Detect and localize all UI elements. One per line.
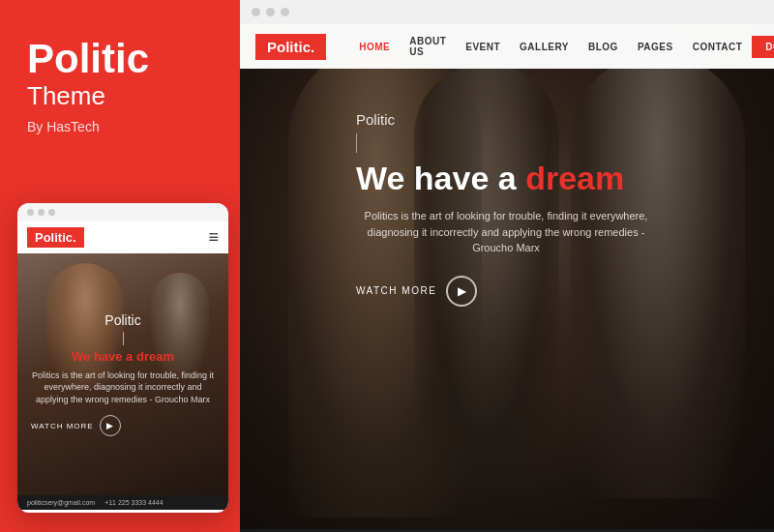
desktop-chrome-bar: [240, 0, 774, 24]
desktop-mockup: Politic. HOME ABOUT US EVENT GALLERY BLO…: [240, 0, 774, 532]
chrome-dot-2: [266, 8, 275, 16]
mobile-dot-3: [48, 209, 55, 216]
mobile-footer-phone: +11 225 3333 4444: [104, 499, 164, 506]
mobile-header: Politic. ≡: [17, 222, 228, 253]
desktop-watch-label: WATCH MORE: [356, 285, 436, 296]
chrome-dot-1: [252, 8, 260, 16]
desktop-donate-button[interactable]: DONATE: [752, 36, 774, 58]
mobile-headline-plain: We have a: [72, 349, 136, 364]
desktop-headline-red: dream: [525, 160, 624, 196]
desktop-navbar: Politic. HOME ABOUT US EVENT GALLERY BLO…: [240, 24, 774, 69]
nav-link-event[interactable]: EVENT: [456, 42, 510, 52]
mobile-mockup: Politic. ≡ Politic We have a dream Polit…: [17, 203, 228, 513]
brand-by: By HasTech: [27, 119, 213, 134]
mobile-hamburger-icon[interactable]: ≡: [208, 227, 219, 248]
desktop-hero-body: Politics is the art of looking for troub…: [356, 208, 656, 256]
nav-link-about[interactable]: ABOUT US: [400, 36, 456, 57]
nav-link-contact[interactable]: CONTACT: [683, 42, 753, 52]
mobile-dot-1: [27, 209, 34, 216]
desktop-hero-eyebrow: Politic: [356, 111, 656, 128]
mobile-footer-email: politicsery@gmail.com: [27, 499, 95, 506]
mobile-hero-eyebrow: Politic: [31, 312, 215, 328]
mobile-hero-divider: [123, 332, 124, 345]
desktop-hero-divider: [356, 133, 357, 153]
mobile-watch-row: WATCH MORE ▶: [31, 415, 215, 436]
mobile-hero-body: Politics is the art of looking for troub…: [31, 369, 215, 406]
desktop-hero-headline: We have a dream: [356, 161, 656, 196]
brand-title: Politic: [27, 39, 213, 79]
mobile-hero: Politic We have a dream Politics is the …: [17, 253, 228, 495]
mobile-watch-label: WATCH MORE: [31, 422, 94, 430]
mobile-hero-content: Politic We have a dream Politics is the …: [31, 312, 215, 437]
mobile-play-button[interactable]: ▶: [100, 415, 121, 436]
mobile-footer: politicsery@gmail.com +11 225 3333 4444: [17, 495, 228, 510]
desktop-hero-content: Politic We have a dream Politics is the …: [356, 111, 656, 307]
desktop-browser-content: Politic. HOME ABOUT US EVENT GALLERY BLO…: [240, 24, 774, 529]
nav-link-pages[interactable]: PAGES: [628, 42, 683, 52]
nav-link-blog[interactable]: BLOG: [579, 42, 628, 52]
desktop-nav-logo: Politic.: [255, 34, 326, 60]
chrome-dot-3: [281, 8, 289, 16]
desktop-play-button[interactable]: ▶: [446, 276, 477, 307]
mobile-headline-red: dream: [136, 349, 174, 364]
mobile-logo: Politic.: [27, 227, 84, 248]
nav-link-gallery[interactable]: GALLERY: [510, 42, 579, 52]
brand-subtitle: Theme: [27, 81, 213, 111]
mobile-chrome-dots: [17, 203, 228, 222]
desktop-watch-row: WATCH MORE ▶: [356, 276, 656, 307]
desktop-nav-links: HOME ABOUT US EVENT GALLERY BLOG PAGES C…: [349, 36, 752, 57]
left-panel: Politic Theme By HasTech Politic. ≡ Poli…: [0, 0, 240, 532]
mobile-hero-headline: We have a dream: [31, 349, 215, 364]
nav-link-home[interactable]: HOME: [349, 42, 400, 52]
desktop-headline-plain: We have a: [356, 160, 525, 196]
mobile-dot-2: [38, 209, 45, 216]
